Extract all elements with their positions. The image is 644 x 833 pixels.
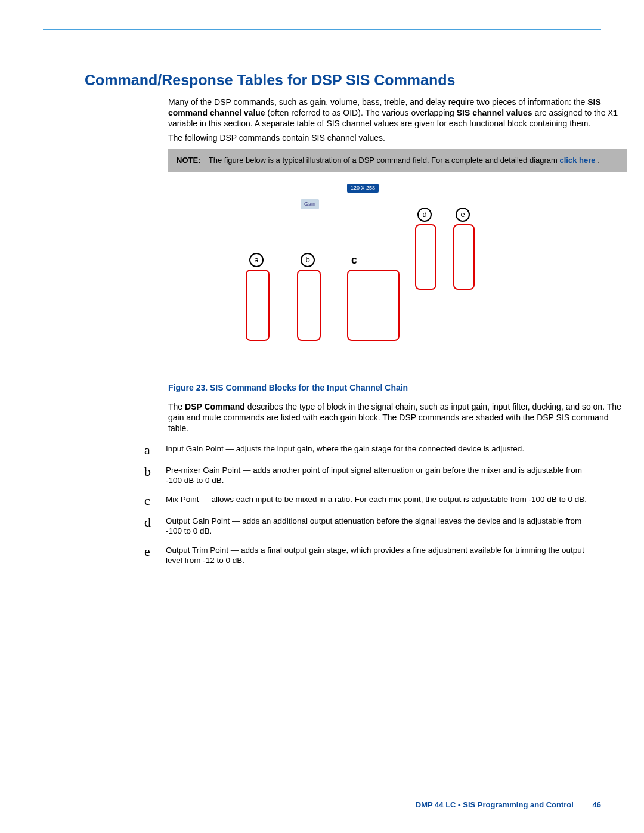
diagram-marker-c: c bbox=[347, 253, 361, 267]
intro-text-3: (often referred to as OID). The various … bbox=[268, 108, 457, 117]
footer-title: DMP 44 LC • SIS Programming and Control bbox=[416, 800, 574, 809]
intro-variable: X1 bbox=[608, 109, 618, 118]
list-text-b: Pre-mixer Gain Point — adds another poin… bbox=[166, 465, 595, 486]
diagram-marker-a: a bbox=[249, 253, 264, 267]
gain-label: Gain bbox=[301, 199, 319, 209]
red-box-e bbox=[453, 224, 475, 290]
top-rule bbox=[43, 29, 601, 30]
list-letter-a: a bbox=[144, 444, 166, 457]
list-item: e Output Trim Point — adds a final outpu… bbox=[144, 545, 627, 566]
intro-paragraph: Many of the DSP commands, such as gain, … bbox=[168, 97, 627, 129]
page-footer: DMP 44 LC • SIS Programming and Control … bbox=[416, 800, 601, 809]
list-text-a: Input Gain Point — adjusts the input gai… bbox=[166, 444, 524, 457]
note-label: NOTE: bbox=[177, 156, 200, 165]
figure-title: SIS Command Blocks for the Input Channel… bbox=[210, 383, 408, 392]
page: Command/Response Tables for DSP SIS Comm… bbox=[0, 0, 644, 833]
list-letter-d: d bbox=[144, 516, 166, 537]
intro-text-5: are assigned to the bbox=[534, 108, 608, 117]
diagram-marker-b: b bbox=[301, 253, 315, 267]
list-item: b Pre-mixer Gain Point — adds another po… bbox=[144, 465, 627, 486]
diagram-marker-e: e bbox=[456, 208, 470, 222]
body-column: Many of the DSP commands, such as gain, … bbox=[168, 97, 627, 566]
list-item: a Input Gain Point — adjusts the input g… bbox=[144, 444, 627, 457]
intro-text-1: Many of the DSP commands, such as gain, … bbox=[168, 97, 587, 107]
after-figure-paragraph: The DSP Command describes the type of bl… bbox=[168, 401, 627, 434]
footer-page-number: 46 bbox=[593, 800, 601, 809]
diagram-marker-d: d bbox=[417, 208, 432, 222]
figure-caption: Figure 23. SIS Command Blocks for the In… bbox=[168, 383, 627, 394]
list-item: c Mix Point — allows each input to be mi… bbox=[144, 494, 627, 507]
note-box: NOTE: The figure below is a typical illu… bbox=[168, 149, 627, 172]
list-text-c: Mix Point — allows each input to be mixe… bbox=[166, 494, 587, 507]
red-box-a bbox=[246, 270, 270, 341]
list-letter-c: c bbox=[144, 494, 166, 507]
sis-block-diagram: 120 X 258 Gain a b c d e bbox=[168, 181, 627, 378]
section-heading: Command/Response Tables for DSP SIS Comm… bbox=[85, 72, 601, 89]
note-link[interactable]: click here bbox=[560, 156, 596, 165]
after-fig-1: The bbox=[168, 402, 185, 411]
after-fig-2: DSP Command bbox=[185, 402, 245, 411]
intro-text-6: variable in this section. A separate tab… bbox=[168, 119, 590, 128]
figure-number: Figure 23. bbox=[168, 383, 208, 392]
list-letter-b: b bbox=[144, 465, 166, 486]
note-text-2: . bbox=[597, 156, 600, 165]
list-text-d: Output Gain Point — adds an additional o… bbox=[166, 516, 595, 537]
intro-text-4: SIS channel values bbox=[457, 108, 535, 117]
red-box-d bbox=[415, 224, 436, 290]
red-box-c bbox=[347, 270, 400, 341]
list-letter-e: e bbox=[144, 545, 166, 566]
list-text-e: Output Trim Point — adds a final output … bbox=[166, 545, 595, 566]
note-text-1: The figure below is a typical illustrati… bbox=[209, 156, 560, 165]
dimension-pill: 120 X 258 bbox=[347, 184, 379, 193]
red-box-b bbox=[297, 270, 321, 341]
lettered-list: a Input Gain Point — adjusts the input g… bbox=[144, 444, 627, 566]
list-item: d Output Gain Point — adds an additional… bbox=[144, 516, 627, 537]
intro-paragraph-2: The following DSP commands contain SIS c… bbox=[168, 133, 627, 144]
